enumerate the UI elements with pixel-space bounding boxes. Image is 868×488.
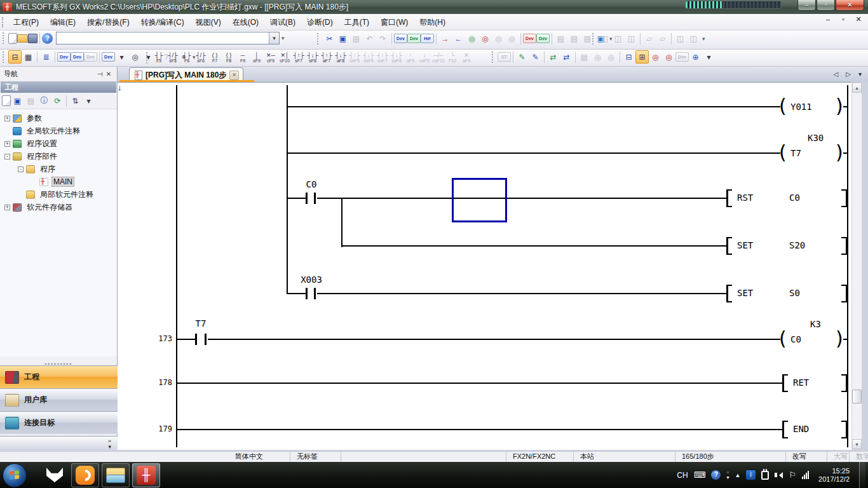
device-display-icon[interactable]: Dev: [102, 52, 115, 62]
separator[interactable]: [640, 33, 641, 44]
device-test-icon[interactable]: Dev: [675, 52, 689, 62]
ime-toolbar-icon[interactable]: ▫ ▾: [726, 470, 729, 480]
ladder-symbol-button[interactable]: ┤↑├ aF7: [320, 50, 334, 65]
ladder-symbol-button[interactable]: ┤/├ sF5: [166, 50, 180, 65]
tree-item[interactable]: 局部软元件注释: [0, 188, 117, 201]
copy-data-icon[interactable]: ▣: [11, 94, 24, 107]
param-check3-icon[interactable]: ◫: [625, 32, 638, 45]
tree-item[interactable]: - 程序部件: [0, 150, 117, 163]
find-zoom-icon[interactable]: ◎: [128, 50, 142, 64]
language-indicator[interactable]: CH: [677, 471, 688, 480]
device-combo-value[interactable]: [57, 32, 269, 44]
device-combo[interactable]: ▼: [56, 32, 280, 44]
ladder-symbol-button[interactable]: │ sF9: [250, 50, 264, 65]
exec-status-icon[interactable]: ▱: [656, 32, 669, 45]
ladder-cursor[interactable]: [452, 178, 507, 222]
navigator-tab-button[interactable]: 用户库: [0, 388, 118, 411]
pin-icon[interactable]: ⊤: [97, 70, 104, 79]
bluetooth-icon[interactable]: ᛒ: [746, 470, 756, 480]
sampling-trace-icon[interactable]: ▱: [642, 32, 656, 45]
tree-expander-icon[interactable]: -: [18, 166, 24, 172]
separator[interactable]: [391, 33, 392, 44]
device-batch-icon[interactable]: ⇄: [560, 50, 573, 64]
device-monitor-icon[interactable]: Dev: [407, 34, 421, 43]
menu-item[interactable]: 搜索/替换(F): [81, 15, 135, 29]
combo-dropdown-icon[interactable]: ▼: [269, 32, 279, 44]
scan-time-icon[interactable]: ◫: [674, 32, 687, 45]
save-icon[interactable]: [28, 34, 37, 43]
ladder-symbol-button[interactable]: ( ) F7: [208, 50, 222, 65]
tree-expander-icon[interactable]: +: [4, 141, 10, 147]
navigator-footer[interactable]: » ▾: [0, 436, 118, 451]
tab-scroll-right-icon[interactable]: ▷: [846, 71, 851, 78]
paste-data-icon[interactable]: ▤: [24, 94, 37, 107]
tab-scroll-left-icon[interactable]: ◁: [834, 71, 839, 78]
tree-expander-icon[interactable]: +: [4, 205, 10, 210]
menu-item[interactable]: 调试(B): [264, 15, 301, 29]
taskbar-item-gxworks2[interactable]: ╫: [132, 463, 160, 487]
doc-find2-icon[interactable]: ◎: [604, 50, 618, 64]
keyboard-icon[interactable]: ⌨: [694, 470, 706, 480]
statement-edit-icon[interactable]: ✎: [515, 50, 529, 64]
ladder-symbol-button[interactable]: ✕ aF9: [459, 50, 473, 65]
navigator-tab-button[interactable]: 工程: [0, 365, 118, 388]
open-file-icon[interactable]: [17, 34, 28, 43]
child-restore-icon[interactable]: ▫: [839, 15, 848, 24]
watch-window2-icon[interactable]: ▤: [567, 32, 581, 45]
scroll-up-icon[interactable]: ▲: [852, 83, 862, 93]
tree-expander-icon[interactable]: [31, 179, 37, 185]
menu-item[interactable]: 帮助(H): [414, 15, 451, 29]
separator2[interactable]: [671, 33, 672, 44]
ladder-symbol-button[interactable]: ─ F9: [236, 50, 250, 65]
undo-icon[interactable]: ↶: [363, 32, 376, 45]
tree-expander-icon[interactable]: -: [4, 154, 10, 159]
ladder-symbol-button[interactable]: ┤↓├ saF6: [362, 50, 376, 65]
show-desktop-button[interactable]: [859, 462, 865, 488]
device-hex-icon[interactable]: H⇄: [421, 34, 434, 43]
clock[interactable]: 15:25 2017/12/2: [815, 467, 853, 484]
tree-item[interactable]: - 程序: [0, 163, 117, 175]
ladder-symbol-button[interactable]: ┤├ F6: [180, 50, 194, 65]
child-minimize-icon[interactable]: –: [824, 15, 832, 24]
ladder-symbol-button[interactable]: ┤↓├ sF8: [306, 50, 320, 65]
module-config-icon[interactable]: ▦: [22, 50, 35, 64]
monitor-stop-icon[interactable]: ◎: [478, 32, 492, 45]
device-comment-icon[interactable]: Dev: [394, 34, 407, 43]
ime-help-icon[interactable]: ?: [711, 470, 721, 480]
ladder-symbol-button[interactable]: └ F10: [445, 50, 459, 65]
tree-expander-icon[interactable]: [4, 128, 10, 134]
navigator-tab-button[interactable]: 连接目标: [0, 411, 118, 434]
ladder-symbol-button[interactable]: ┤├ F5: [152, 50, 166, 65]
ladder-symbol-button[interactable]: ✕─ cF9: [264, 50, 278, 65]
tree-item[interactable]: 全局软元件注释: [0, 125, 117, 137]
ladder-symbol-button[interactable]: ┤↓├ saF8: [390, 50, 403, 65]
tree-item[interactable]: + 软元件存储器: [0, 201, 117, 214]
separator4[interactable]: [552, 33, 552, 44]
menu-item[interactable]: 视图(V): [190, 15, 227, 29]
write-to-plc-icon[interactable]: →: [438, 32, 452, 45]
tree-item[interactable]: + 参数: [0, 112, 117, 125]
read-from-plc-icon[interactable]: ←: [452, 32, 465, 45]
find-instruction-icon[interactable]: ◎: [662, 50, 675, 64]
menu-item[interactable]: 在线(O): [227, 15, 264, 29]
start-button[interactable]: [3, 463, 27, 487]
copy-icon[interactable]: ▣: [336, 32, 349, 45]
zoom-icon[interactable]: ⊕: [689, 50, 702, 64]
network-signal-icon[interactable]: [802, 471, 809, 479]
separator[interactable]: [39, 32, 40, 44]
module-tool-icon[interactable]: ◫: [687, 32, 700, 45]
ladder-canvas[interactable]: Y011 K30 T7 C0 RST C0 SET S20 X003: [118, 82, 851, 450]
separator[interactable]: [37, 51, 37, 63]
separator2[interactable]: [436, 33, 437, 44]
watch-window1-icon[interactable]: ▤: [554, 32, 567, 45]
help-icon[interactable]: ?: [42, 33, 53, 44]
taskbar-item-explorer[interactable]: [102, 463, 130, 487]
ladder-symbol-button[interactable]: ✕│ cF10: [278, 50, 292, 65]
sort-icon[interactable]: ⇅: [69, 94, 82, 107]
list-view-icon[interactable]: ≣: [39, 50, 53, 64]
device-ccl-icon[interactable]: Dev: [84, 52, 97, 62]
separator2[interactable]: [55, 51, 55, 63]
menu-item[interactable]: 转换/编译(C): [135, 15, 190, 29]
note-edit-icon[interactable]: ✎: [529, 50, 542, 64]
ladder-symbol-button[interactable]: ┤/├ sF6: [194, 50, 208, 65]
